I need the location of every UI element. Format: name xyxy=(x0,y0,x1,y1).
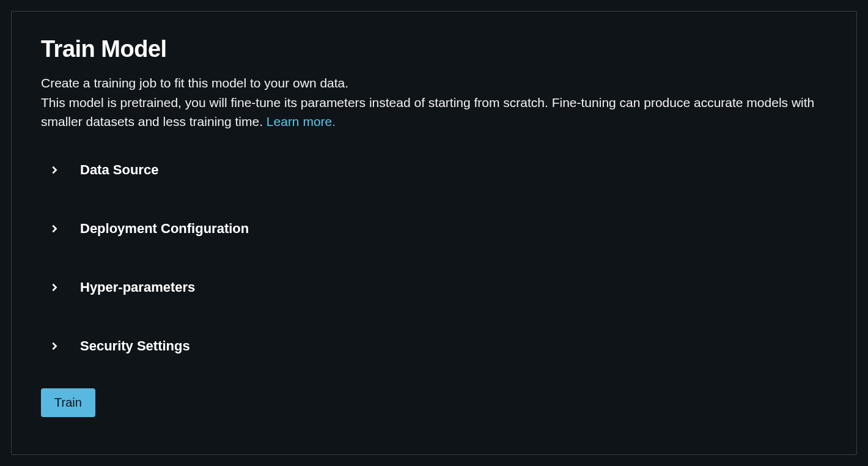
section-label: Data Source xyxy=(80,162,158,178)
section-label: Hyper-parameters xyxy=(80,279,195,295)
chevron-right-icon xyxy=(48,164,61,176)
page-title: Train Model xyxy=(41,36,827,62)
sections-list: Data Source Deployment Configuration Hyp… xyxy=(41,162,827,354)
section-label: Security Settings xyxy=(80,338,190,354)
train-button[interactable]: Train xyxy=(41,388,95,417)
description-text: This model is pretrained, you will fine-… xyxy=(41,95,814,129)
section-deployment-configuration[interactable]: Deployment Configuration xyxy=(48,221,827,237)
learn-more-link[interactable]: Learn more. xyxy=(267,114,336,128)
section-label: Deployment Configuration xyxy=(80,221,249,237)
chevron-right-icon xyxy=(48,223,61,235)
description-line-1: Create a training job to fit this model … xyxy=(41,73,823,93)
chevron-right-icon xyxy=(48,340,61,352)
train-model-panel: Train Model Create a training job to fit… xyxy=(11,11,857,455)
section-security-settings[interactable]: Security Settings xyxy=(48,338,827,354)
description-line-2: This model is pretrained, you will fine-… xyxy=(41,93,823,131)
chevron-right-icon xyxy=(48,281,61,294)
section-hyper-parameters[interactable]: Hyper-parameters xyxy=(48,279,827,295)
page-description: Create a training job to fit this model … xyxy=(41,73,823,131)
section-data-source[interactable]: Data Source xyxy=(48,162,827,178)
